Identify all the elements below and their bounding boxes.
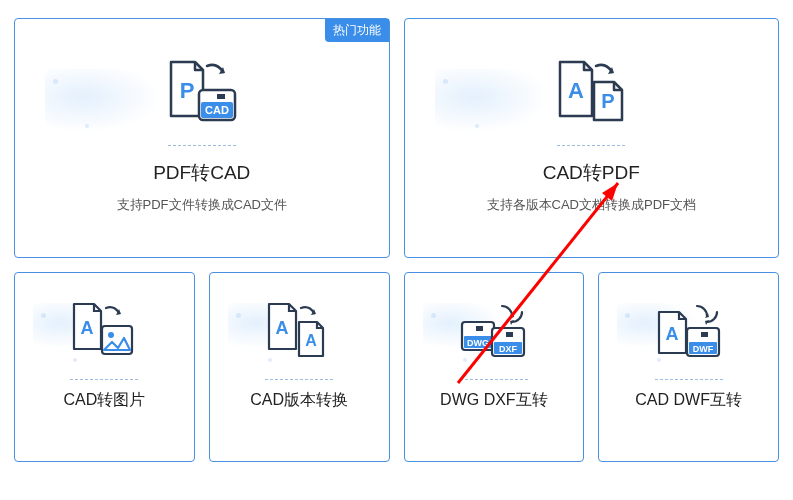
svg-rect-19	[506, 332, 513, 337]
card-title: PDF转CAD	[153, 160, 250, 186]
card-cad-to-image[interactable]: A CAD转图片	[14, 272, 195, 462]
divider	[70, 379, 138, 380]
svg-text:P: P	[602, 90, 615, 112]
svg-text:A: A	[81, 318, 94, 338]
cad-to-image-icon: A	[59, 293, 149, 373]
cad-dwf-convert-icon: A DWF	[644, 293, 734, 373]
svg-text:CAD: CAD	[205, 104, 229, 116]
card-dwg-dxf-convert[interactable]: DWG DXF DWG DXF互转	[404, 272, 585, 462]
card-pdf-to-cad[interactable]: 热门功能 P CAD	[14, 18, 390, 258]
pdf-to-cad-icon: P CAD	[152, 49, 252, 139]
divider	[168, 145, 236, 146]
card-cad-dwf-convert[interactable]: A DWF CAD DWF互转	[598, 272, 779, 462]
cad-to-pdf-icon: A P	[541, 49, 641, 139]
svg-rect-15	[476, 326, 483, 331]
svg-rect-4	[217, 94, 225, 99]
divider	[557, 145, 625, 146]
svg-text:A: A	[276, 318, 289, 338]
card-title: DWG DXF互转	[440, 390, 548, 411]
svg-text:A: A	[665, 324, 678, 344]
svg-rect-24	[701, 332, 708, 337]
divider	[265, 379, 333, 380]
hot-badge: 热门功能	[325, 19, 389, 42]
card-title: CAD转PDF	[543, 160, 640, 186]
card-title: CAD版本转换	[250, 390, 348, 411]
card-description: 支持PDF文件转换成CAD文件	[117, 196, 287, 214]
card-title: CAD转图片	[63, 390, 145, 411]
divider	[460, 379, 528, 380]
svg-point-9	[108, 332, 114, 338]
svg-text:DWF: DWF	[692, 344, 713, 354]
cad-version-convert-icon: A A	[254, 293, 344, 373]
svg-text:A: A	[568, 78, 584, 103]
svg-text:A: A	[305, 332, 317, 349]
divider	[655, 379, 723, 380]
svg-text:DXF: DXF	[499, 344, 518, 354]
card-title: CAD DWF互转	[635, 390, 742, 411]
card-cad-to-pdf[interactable]: A P CAD转PDF 支持各版本CAD文档转换成PDF文档	[404, 18, 780, 258]
svg-text:DWG: DWG	[467, 338, 489, 348]
card-description: 支持各版本CAD文档转换成PDF文档	[487, 196, 696, 214]
card-cad-version-convert[interactable]: A A CAD版本转换	[209, 272, 390, 462]
svg-text:P: P	[179, 78, 194, 103]
dwg-dxf-convert-icon: DWG DXF	[449, 293, 539, 373]
